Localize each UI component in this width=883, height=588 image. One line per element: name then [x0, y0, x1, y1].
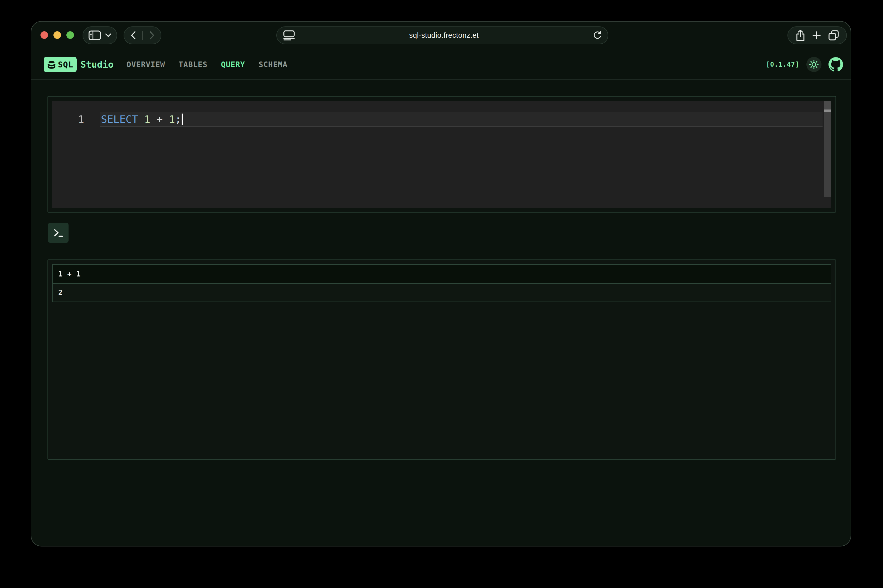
editor-scrollbar[interactable]	[824, 101, 831, 197]
url-bar[interactable]: sql-studio.frectonz.et	[276, 26, 608, 44]
main-nav: OVERVIEW TABLES QUERY SCHEMA	[126, 60, 287, 69]
nav-tables[interactable]: TABLES	[179, 60, 207, 69]
header-right: [0.1.47]	[766, 57, 843, 72]
fullscreen-button[interactable]	[66, 31, 74, 39]
share-button[interactable]	[796, 30, 805, 41]
nav-query[interactable]: QUERY	[221, 60, 245, 69]
query-editor-card: 1 SELECT 1 + 1;	[48, 96, 836, 213]
code-token-punctuation: ;	[175, 113, 181, 125]
minimize-button[interactable]	[53, 31, 61, 39]
chevron-down-icon	[105, 33, 111, 37]
sidebar-toggle-button[interactable]	[89, 30, 101, 40]
reload-button[interactable]	[593, 31, 602, 40]
window-actions	[787, 26, 847, 44]
chevron-right-icon	[150, 31, 155, 39]
text-cursor	[182, 114, 183, 125]
tabs-icon	[829, 30, 839, 40]
new-tab-button[interactable]	[812, 31, 821, 39]
code-token-number: 1	[169, 113, 175, 125]
app-logo[interactable]: SQL Studio	[44, 57, 114, 72]
results-cell: 2	[53, 284, 831, 302]
line-number: 1	[53, 112, 84, 127]
scrollbar-thumb[interactable]	[824, 101, 831, 110]
close-button[interactable]	[41, 31, 48, 39]
github-icon	[829, 57, 843, 72]
nav-schema[interactable]: SCHEMA	[258, 60, 287, 69]
table-row[interactable]: 2	[53, 284, 831, 302]
logo-badge-text: SQL	[58, 60, 73, 69]
url-text: sql-studio.frectonz.et	[295, 31, 593, 40]
terminal-icon	[53, 228, 64, 238]
page-format-icon[interactable]	[283, 30, 295, 40]
toolbar-divider	[142, 31, 143, 40]
github-link[interactable]	[829, 57, 843, 72]
code-token-operator: +	[150, 113, 169, 125]
forward-button[interactable]	[150, 31, 155, 39]
logo-studio-text: Studio	[80, 59, 114, 70]
sidebar-menu-button[interactable]	[105, 33, 111, 37]
code-editor[interactable]: 1 SELECT 1 + 1;	[53, 101, 831, 208]
sidebar-icon	[89, 30, 101, 40]
nav-overview[interactable]: OVERVIEW	[126, 60, 165, 69]
tab-overview-button[interactable]	[829, 30, 839, 40]
chevron-left-icon	[131, 31, 136, 39]
results-column-header: 1 + 1	[53, 265, 831, 284]
share-icon	[796, 30, 805, 41]
traffic-lights	[41, 31, 74, 39]
code-token-space	[138, 113, 144, 125]
reload-icon	[593, 31, 602, 40]
sidebar-controls	[83, 26, 117, 44]
app-header: SQL Studio OVERVIEW TABLES QUERY SCHEMA …	[31, 50, 851, 80]
results-table: 1 + 1 2	[53, 264, 831, 302]
code-token-number: 1	[144, 113, 150, 125]
results-header-row: 1 + 1	[53, 265, 831, 284]
version-badge: [0.1.47]	[766, 61, 799, 68]
history-controls	[124, 26, 161, 44]
database-icon	[47, 60, 56, 69]
back-button[interactable]	[131, 31, 136, 39]
sql-logo-badge: SQL	[44, 57, 77, 72]
sun-icon	[809, 60, 819, 69]
browser-toolbar: sql-studio.frectonz.et	[31, 22, 851, 50]
plus-icon	[812, 31, 821, 39]
browser-window: sql-studio.frectonz.et	[31, 21, 851, 546]
run-query-button[interactable]	[48, 223, 69, 243]
code-token-keyword: SELECT	[101, 113, 138, 125]
query-results-card: 1 + 1 2	[48, 260, 836, 460]
active-code-line: SELECT 1 + 1;	[100, 112, 823, 127]
theme-toggle-button[interactable]	[806, 57, 821, 72]
scrollbar-cursor-marker	[824, 110, 831, 112]
